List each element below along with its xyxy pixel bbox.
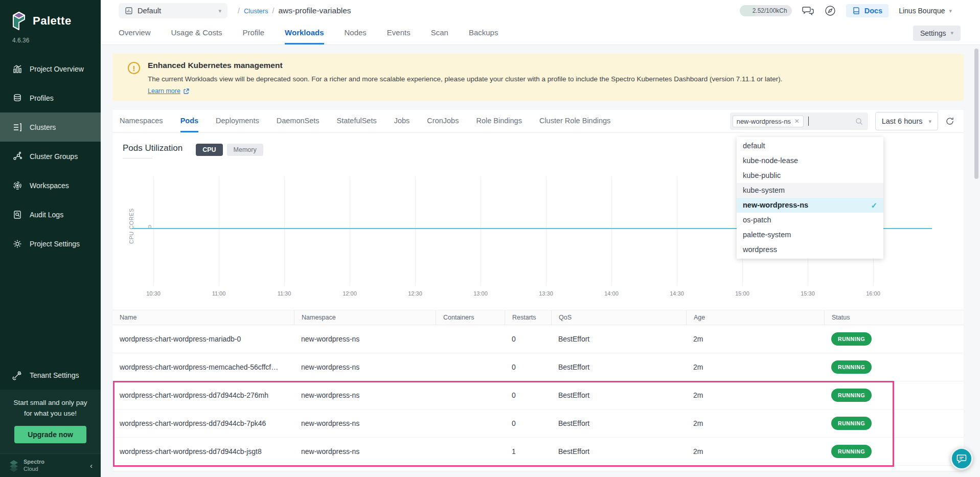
banner-title: Enhanced Kubernetes management [148, 61, 782, 70]
warning-icon: ! [128, 62, 140, 74]
breadcrumb-clusters-link[interactable]: Clusters [244, 7, 268, 15]
tab-usage-costs[interactable]: Usage & Costs [171, 21, 222, 44]
remove-chip-icon[interactable]: ✕ [794, 118, 800, 125]
table-row[interactable]: wordpress-chart-wordpress-mariadb-0 new-… [112, 325, 964, 353]
namespace-option-default[interactable]: default [737, 139, 883, 153]
subtab-cronjobs[interactable]: CronJobs [427, 110, 459, 132]
subtab-statefulsets[interactable]: StatefulSets [337, 110, 377, 132]
namespace-option-kube-public[interactable]: kube-public [737, 168, 883, 183]
sidebar-item-clusters[interactable]: Clusters [0, 112, 101, 142]
list-icon [12, 122, 22, 132]
workload-subtabs: Namespaces Pods Deployments DaemonSets S… [112, 110, 964, 133]
pod-age: 2m [686, 419, 824, 427]
pod-restarts: 0 [505, 335, 551, 343]
upgrade-now-button[interactable]: Upgrade now [14, 426, 86, 443]
table-row[interactable]: wordpress-chart-wordpress-dd7d944cb-7pk4… [112, 410, 964, 438]
column-header-status: Status [824, 310, 964, 325]
gridline [481, 176, 481, 286]
user-menu[interactable]: Linus Bourque ▾ [899, 7, 952, 15]
subtab-cluster-role-bindings[interactable]: Cluster Role Bindings [539, 110, 610, 132]
tab-overview[interactable]: Overview [119, 21, 151, 44]
memory-toggle[interactable]: Memory [227, 144, 263, 156]
tab-workloads[interactable]: Workloads [285, 21, 324, 44]
subtab-daemonsets[interactable]: DaemonSets [277, 110, 320, 132]
column-header-qos: QoS [551, 310, 686, 325]
column-header-containers: Containers [436, 310, 505, 325]
refresh-icon[interactable] [945, 117, 954, 126]
x-axis-tick: 14:30 [670, 290, 684, 297]
tab-profile[interactable]: Profile [243, 21, 265, 44]
table-row[interactable]: wordpress-chart-wordpress-dd7d944cb-jsgt… [112, 438, 964, 466]
namespace-option-wordpress[interactable]: wordpress [737, 242, 883, 257]
namespace-option-os-patch[interactable]: os-patch [737, 213, 883, 228]
breadcrumb-separator: / [272, 7, 275, 15]
tab-nodes[interactable]: Nodes [345, 21, 367, 44]
tab-scan[interactable]: Scan [431, 21, 448, 44]
time-range-select[interactable]: Last 6 hours ▾ [875, 112, 938, 130]
sidebar-item-label: Project Overview [30, 65, 84, 73]
learn-more-link[interactable]: Learn more [148, 87, 782, 95]
pod-qos: BestEffort [551, 391, 686, 399]
book-icon [852, 7, 860, 15]
network-icon [12, 151, 22, 162]
sidebar-footer: Spectro Cloud ‹ [0, 453, 101, 477]
topbar-actions: 2.52/100kCh Docs Linus Bourque ▾ [740, 4, 980, 17]
sidebar-item-cluster-groups[interactable]: Cluster Groups [0, 142, 101, 171]
gear-icon [12, 239, 22, 249]
sidebar-item-profiles[interactable]: Profiles [0, 83, 101, 112]
app-root: Palette 4.6.36 Project Overview Profiles… [0, 0, 980, 477]
project-selector-value: Default [138, 7, 161, 15]
tab-backups[interactable]: Backups [469, 21, 498, 44]
sidebar-item-audit-logs[interactable]: Audit Logs [0, 200, 101, 229]
status-badge: RUNNING [831, 445, 872, 458]
pod-name: wordpress-chart-wordpress-memcached-56cf… [112, 363, 294, 371]
project-selector[interactable]: Default ▾ [119, 3, 227, 18]
collapse-sidebar-icon[interactable]: ‹ [90, 461, 93, 470]
y-axis-tick: 0 [148, 224, 151, 230]
cpu-toggle[interactable]: CPU [196, 144, 222, 156]
pod-name: wordpress-chart-wordpress-dd7d944cb-jsgt… [112, 447, 294, 456]
external-link-icon [183, 88, 190, 95]
namespace-option-palette-system[interactable]: palette-system [737, 228, 883, 242]
subtab-namespaces[interactable]: Namespaces [120, 110, 163, 132]
feedback-chat-icon[interactable] [802, 5, 814, 16]
gridline [546, 176, 546, 286]
sidebar-item-workspaces[interactable]: Workspaces [0, 171, 101, 200]
cluster-settings-button[interactable]: Settings ▾ [913, 26, 961, 41]
sidebar-item-project-settings[interactable]: Project Settings [0, 229, 101, 258]
pod-namespace: new-wordpress-ns [294, 447, 436, 456]
tools-icon [12, 370, 22, 380]
docs-button[interactable]: Docs [846, 4, 888, 17]
pod-restarts: 1 [505, 447, 551, 456]
x-axis-tick: 11:30 [278, 290, 291, 297]
search-icon [855, 118, 863, 125]
status-badge: RUNNING [831, 389, 872, 402]
vertical-scrollbar[interactable] [974, 49, 978, 179]
project-icon [125, 7, 133, 15]
pod-restarts: 0 [505, 391, 551, 399]
support-chat-button[interactable] [950, 447, 973, 470]
subtab-jobs[interactable]: Jobs [394, 110, 410, 132]
sidebar-item-label: Tenant Settings [30, 371, 79, 379]
column-header-namespace: Namespace [294, 310, 436, 325]
gridline [415, 176, 416, 286]
pod-qos: BestEffort [551, 363, 686, 371]
namespace-filter-input[interactable]: new-wordpress-ns ✕ [730, 112, 868, 130]
sidebar-item-project-overview[interactable]: Project Overview [0, 54, 101, 83]
table-row[interactable]: wordpress-chart-wordpress-dd7d944cb-276m… [112, 381, 964, 410]
subtab-deployments[interactable]: Deployments [216, 110, 259, 132]
pods-table: Name Namespace Containers Restarts QoS A… [112, 310, 964, 466]
sidebar-item-tenant-settings[interactable]: Tenant Settings [0, 360, 101, 390]
x-axis-tick: 12:00 [343, 290, 357, 297]
gridline [677, 176, 677, 286]
namespace-option-new-wordpress-ns[interactable]: new-wordpress-ns ✓ [737, 198, 883, 213]
tab-events[interactable]: Events [387, 21, 411, 44]
table-row[interactable]: wordpress-chart-wordpress-memcached-56cf… [112, 353, 964, 381]
target-icon [12, 180, 22, 191]
namespace-option-kube-node-lease[interactable]: kube-node-lease [737, 153, 883, 168]
subtab-role-bindings[interactable]: Role Bindings [476, 110, 521, 132]
banner-text-block: Enhanced Kubernetes management The curre… [148, 61, 782, 95]
namespace-option-kube-system[interactable]: kube-system [737, 183, 883, 198]
help-compass-icon[interactable] [825, 5, 836, 16]
subtab-pods[interactable]: Pods [180, 110, 198, 132]
